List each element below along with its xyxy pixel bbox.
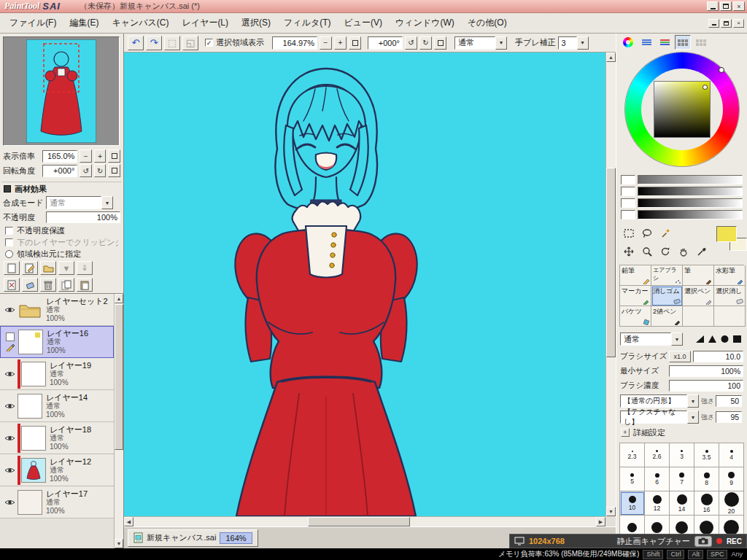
scratchpad-tab[interactable]	[693, 35, 709, 50]
advanced-settings-row[interactable]: + 詳細設定	[616, 425, 747, 440]
scroll-left-arrow[interactable]: ◀	[124, 517, 133, 526]
lasso-tool[interactable]	[638, 225, 656, 242]
document-tab[interactable]: 新規キャンバス.sai 164%	[128, 529, 258, 547]
vertical-scroll-thumb[interactable]	[606, 168, 616, 357]
size-preset[interactable]: 12	[645, 491, 670, 516]
selection-source-radio[interactable]	[5, 250, 13, 258]
brush-shape-dropdown[interactable]: 【通常の円形】 ▾	[620, 394, 699, 408]
show-selection-checkbox[interactable]: ✓	[205, 39, 213, 47]
canvas-zoom-value[interactable]: 164.97%	[272, 36, 317, 50]
menu-window[interactable]: ウィンドウ(W)	[389, 14, 461, 32]
canvas-rotate-cw-button[interactable]: ↻	[419, 36, 432, 50]
erase-layer-button[interactable]	[22, 278, 38, 292]
saturation-value-square[interactable]	[654, 81, 711, 138]
chevron-down-icon[interactable]: ▾	[687, 394, 699, 408]
color-wheel[interactable]	[616, 51, 747, 171]
angle-reset-button[interactable]	[108, 164, 120, 177]
size-preset[interactable]: 4	[719, 443, 744, 467]
magic-wand-tool[interactable]	[657, 225, 674, 242]
density-slider[interactable]: 100	[669, 380, 743, 392]
navigator-zoom-value[interactable]: 165.0%	[42, 150, 78, 163]
rec-label[interactable]: REC	[727, 537, 742, 545]
tool-select-eraser[interactable]: 選択消し	[714, 286, 746, 306]
rgb-slider-tab[interactable]	[638, 35, 654, 50]
shape-strength-slider[interactable]: 50	[716, 395, 742, 407]
stabilizer-dropdown[interactable]: 3 ▾	[558, 36, 589, 50]
size-preset[interactable]: 2.3	[620, 443, 645, 467]
color-slider[interactable]	[638, 187, 743, 196]
tool-binary-pen[interactable]: 2値ペン	[651, 306, 683, 327]
brush-texture-dropdown[interactable]: 【テクスチャなし】 ▾	[620, 411, 699, 424]
copy-layer-button[interactable]	[58, 278, 74, 292]
tool-eraser[interactable]: 消しゴム	[651, 286, 683, 306]
layer-visibility-eye-icon[interactable]	[4, 370, 15, 378]
preserve-opacity-checkbox[interactable]	[5, 227, 13, 235]
move-tool[interactable]	[620, 243, 638, 260]
edge-shape-soft[interactable]	[695, 335, 705, 343]
size-preset[interactable]: 14	[670, 491, 694, 516]
layer-row-14[interactable]: レイヤー14 通常 100%	[0, 390, 114, 422]
layer-row-17[interactable]: レイヤー17 通常 100%	[0, 486, 114, 518]
size-preset[interactable]: 6	[645, 467, 670, 491]
menu-file[interactable]: ファイル(F)	[3, 14, 63, 32]
size-preset[interactable]: 3	[670, 443, 694, 467]
new-linework-layer-button[interactable]	[22, 261, 38, 275]
size-preset[interactable]: 5	[620, 467, 645, 491]
edge-shape-hard[interactable]	[720, 335, 729, 343]
size-preset[interactable]: 9	[719, 467, 744, 491]
tool-bucket[interactable]: バケツ	[620, 306, 651, 327]
zoom-in-button[interactable]: +	[94, 149, 107, 163]
canvas-zoom-reset-button[interactable]	[349, 36, 361, 50]
clear-layer-button[interactable]	[4, 278, 20, 292]
paste-layer-button[interactable]	[77, 278, 93, 292]
size-preset[interactable]: 2.6	[645, 443, 670, 467]
doc-restore-button[interactable]	[721, 19, 732, 28]
color-slider[interactable]	[638, 198, 743, 208]
navigator-angle-value[interactable]: +000°	[42, 165, 78, 177]
chevron-down-icon[interactable]: ▾	[577, 36, 589, 50]
layer-opacity-slider[interactable]: 100%	[46, 211, 120, 223]
undo-button[interactable]: ↶	[128, 36, 144, 50]
preserve-opacity-option[interactable]: 不透明度保護	[0, 225, 123, 236]
canvas-angle-value[interactable]: +000°	[368, 36, 403, 50]
canvas-zoom-out-button[interactable]: −	[320, 36, 332, 50]
clipping-group-option[interactable]: 下のレイヤーでクリッピング	[0, 236, 123, 248]
clipping-group-checkbox[interactable]	[5, 238, 13, 246]
hue-cursor[interactable]	[719, 67, 724, 73]
layer-row-12[interactable]: レイヤー12 通常 100%	[0, 454, 114, 486]
swatches-tab[interactable]	[675, 35, 691, 50]
invert-selection-button[interactable]: ◱	[182, 36, 198, 50]
scroll-right-arrow[interactable]: ▶	[596, 517, 605, 526]
chevron-down-icon[interactable]: ▾	[687, 411, 699, 424]
tool-airbrush[interactable]: エアブラシ	[651, 265, 683, 286]
canvas-angle-reset-button[interactable]	[434, 36, 446, 50]
rect-select-tool[interactable]	[620, 225, 638, 242]
layer-row-18[interactable]: レイヤー18 通常 100%	[0, 422, 114, 454]
hand-tool[interactable]	[675, 243, 692, 260]
layer-visibility-eye-icon[interactable]	[4, 402, 15, 410]
tool-pencil[interactable]: 鉛筆	[620, 265, 651, 286]
scrollbar-thumb[interactable]	[115, 304, 123, 450]
new-layer-button[interactable]	[4, 261, 20, 275]
zoom-reset-button[interactable]	[108, 149, 120, 163]
horizontal-scroll-thumb[interactable]	[308, 517, 410, 526]
hsv-slider-tab[interactable]	[657, 35, 673, 50]
layer-row-16-selected[interactable]: レイヤー16 通常 100%	[0, 326, 114, 358]
expand-plus-icon[interactable]: +	[621, 428, 630, 437]
drawing-canvas[interactable]	[124, 52, 605, 516]
sv-cursor[interactable]	[703, 85, 708, 90]
size-scale-button[interactable]: x1.0	[669, 351, 691, 362]
navigator-preview[interactable]	[3, 36, 120, 146]
min-size-slider[interactable]: 100%	[669, 365, 743, 377]
color-wheel-tab[interactable]	[620, 35, 636, 50]
merge-down-button[interactable]: ⇓	[77, 261, 93, 275]
chevron-down-icon[interactable]: ▾	[671, 332, 683, 346]
canvas-rotate-ccw-button[interactable]: ↺	[405, 36, 417, 50]
size-preset[interactable]: 20	[719, 491, 744, 516]
tool-marker[interactable]: マーカー	[620, 286, 651, 306]
scroll-up-arrow[interactable]: ▲	[606, 52, 616, 62]
brush-size-slider[interactable]: 10.0	[693, 351, 743, 362]
menu-layer[interactable]: レイヤー(L)	[176, 14, 236, 32]
size-preset[interactable]: 16	[694, 491, 719, 516]
doc-close-button[interactable]: ×	[733, 19, 744, 28]
